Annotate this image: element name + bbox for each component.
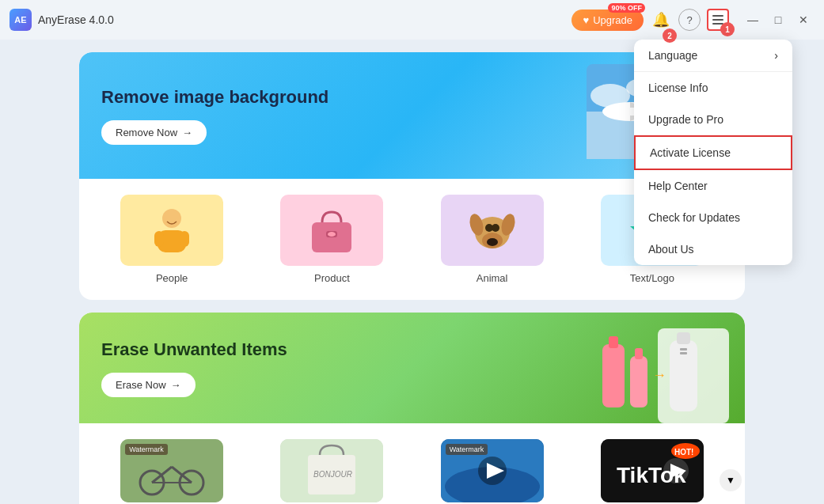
hot-badge: HOT! bbox=[670, 442, 701, 463]
heart-icon: ♥ bbox=[583, 14, 589, 26]
erase-scroll-down-arrow[interactable]: ▼ bbox=[720, 469, 742, 491]
tiktok-thumbnail: HOT! TikTok bbox=[601, 439, 704, 502]
menu-item-activate-license[interactable]: Activate License bbox=[634, 135, 792, 170]
svg-text:HOT!: HOT! bbox=[674, 448, 693, 457]
menu-item-check-for-updates[interactable]: Check for Updates bbox=[634, 202, 792, 233]
svg-point-36 bbox=[328, 232, 336, 237]
erase-item-tiktok[interactable]: HOT! TikTok TikTok Logo bbox=[572, 433, 732, 504]
banner-text: Remove image background Remove Now → bbox=[101, 87, 328, 145]
svg-text:→: → bbox=[652, 367, 666, 383]
app-logo: AE bbox=[9, 9, 32, 31]
svg-point-30 bbox=[162, 209, 181, 228]
remove-title: Remove image background bbox=[101, 87, 328, 108]
erase-item-watermark[interactable]: Watermark Watermark bbox=[92, 433, 252, 504]
svg-text:BONJOUR: BONJOUR bbox=[313, 470, 352, 479]
erase-card: Erase Unwanted Items Erase Now → bbox=[79, 313, 745, 504]
product-label: Product bbox=[314, 272, 350, 284]
textlogo-label: Text/Logo bbox=[630, 272, 674, 284]
hamburger-icon bbox=[712, 15, 723, 25]
erase-item-text[interactable]: BONJOUR Text bbox=[252, 433, 412, 504]
category-people[interactable]: People bbox=[92, 188, 252, 290]
notification-badge-1: 1 bbox=[720, 22, 735, 36]
bottles-svg: → bbox=[587, 328, 729, 423]
menu-button[interactable]: 1 bbox=[707, 9, 729, 31]
erase-banner-text: Erase Unwanted Items Erase Now → bbox=[101, 339, 287, 397]
people-label: People bbox=[156, 272, 188, 284]
titlebar-actions: ♥ Upgrade 90% OFF 🔔 ? 1 — □ ✕ bbox=[571, 9, 815, 31]
titlebar: AE AnyErase 4.0.0 ♥ Upgrade 90% OFF 🔔 ? … bbox=[0, 0, 824, 40]
svg-rect-49 bbox=[630, 356, 647, 407]
product-thumbnail bbox=[280, 195, 383, 266]
text-thumbnail: BONJOUR bbox=[280, 439, 383, 502]
discount-badge: 90% OFF bbox=[608, 3, 645, 13]
svg-rect-52 bbox=[670, 340, 697, 411]
svg-rect-54 bbox=[680, 348, 687, 351]
dropdown-menu: Language › License Info Upgrade to Pro A… bbox=[634, 40, 792, 265]
svg-rect-55 bbox=[680, 352, 687, 354]
remove-now-button[interactable]: Remove Now → bbox=[101, 120, 207, 145]
erase-now-button[interactable]: Erase Now → bbox=[101, 373, 196, 397]
animal-label: Animal bbox=[477, 272, 508, 284]
people-thumbnail bbox=[120, 195, 223, 266]
menu-item-upgrade-to-pro[interactable]: Upgrade to Pro bbox=[634, 104, 792, 135]
watermark-badge: Watermark bbox=[125, 444, 168, 455]
menu-item-help-center[interactable]: Help Center bbox=[634, 170, 792, 202]
notification-badge-2: 2 bbox=[663, 28, 677, 43]
erase-arrow-icon: → bbox=[171, 379, 181, 391]
menu-item-language[interactable]: Language › bbox=[634, 40, 792, 71]
upgrade-button[interactable]: ♥ Upgrade 90% OFF bbox=[571, 9, 644, 31]
product-svg bbox=[300, 203, 363, 258]
erase-title: Erase Unwanted Items bbox=[101, 339, 287, 360]
watermark-thumbnail: Watermark bbox=[120, 439, 223, 502]
help-icon[interactable]: ? bbox=[678, 9, 701, 31]
menu-item-about-us[interactable]: About Us bbox=[634, 233, 792, 265]
maximize-button[interactable]: □ bbox=[767, 9, 789, 31]
erase-banner-image: → bbox=[587, 320, 729, 431]
category-product[interactable]: Product bbox=[252, 188, 412, 290]
app-name: AnyErase 4.0.0 bbox=[38, 13, 114, 26]
svg-rect-32 bbox=[154, 231, 164, 247]
video-thumbnail: Watermark bbox=[441, 439, 544, 502]
svg-rect-33 bbox=[180, 231, 189, 247]
close-button[interactable]: ✕ bbox=[792, 9, 815, 31]
video-watermark-badge: Watermark bbox=[446, 444, 488, 455]
svg-rect-48 bbox=[609, 336, 618, 348]
arrow-icon: → bbox=[182, 127, 192, 138]
gift-icon[interactable]: 🔔 bbox=[650, 9, 672, 31]
animal-svg bbox=[461, 203, 524, 258]
erase-items-grid: Watermark Watermark bbox=[79, 423, 745, 504]
text-scene-svg: BONJOUR bbox=[280, 439, 383, 502]
window-controls: — □ ✕ bbox=[742, 9, 815, 31]
people-svg bbox=[140, 203, 203, 258]
erase-banner: Erase Unwanted Items Erase Now → bbox=[79, 313, 745, 423]
animal-thumbnail bbox=[441, 195, 544, 266]
erase-item-video[interactable]: Watermark Video Watermark bbox=[412, 433, 572, 504]
svg-rect-50 bbox=[635, 348, 643, 359]
svg-point-40 bbox=[492, 224, 499, 232]
minimize-button[interactable]: — bbox=[742, 9, 764, 31]
svg-rect-47 bbox=[602, 344, 625, 407]
svg-rect-53 bbox=[677, 332, 690, 344]
category-animal[interactable]: Animal bbox=[412, 188, 572, 290]
menu-item-license-info[interactable]: License Info bbox=[634, 72, 792, 104]
svg-point-41 bbox=[487, 238, 498, 246]
